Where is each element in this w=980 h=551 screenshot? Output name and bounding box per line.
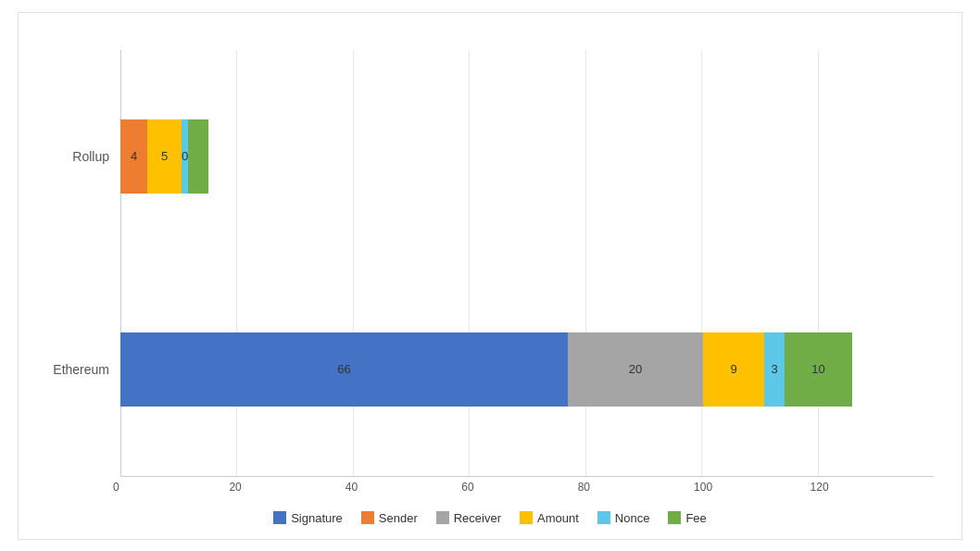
legend: SignatureSenderReceiverAmountNonceFee (46, 511, 934, 525)
grid-line (120, 50, 236, 476)
legend-item-signature: Signature (273, 511, 343, 525)
bar-segment-label: 0 (182, 149, 188, 163)
bar-segment-receiver: 20 (568, 332, 703, 407)
legend-label: Sender (379, 511, 418, 525)
y-axis-label: Ethereum (53, 362, 109, 377)
legend-item-receiver: Receiver (436, 511, 501, 525)
legend-color-signature (273, 511, 286, 524)
grid-line (585, 50, 701, 476)
grid-lines (120, 50, 934, 476)
bar-segment-label: 66 (337, 362, 350, 376)
bar-segment-fee: 10 (785, 332, 852, 407)
bar-segment-label: 20 (629, 362, 642, 376)
legend-color-amount (520, 511, 533, 524)
x-tick-label: 0 (113, 481, 236, 494)
grid-line (818, 50, 934, 476)
legend-item-nonce: Nonce (597, 511, 650, 525)
bar-segment-nonce: 0 (182, 119, 188, 194)
legend-label: Signature (291, 511, 343, 525)
legend-label: Nonce (615, 511, 650, 525)
legend-item-amount: Amount (520, 511, 579, 525)
x-tick-label: 40 (346, 481, 469, 494)
legend-label: Receiver (454, 511, 501, 525)
bar-segment-label: 10 (811, 362, 824, 376)
bar-segment-fee (188, 119, 208, 194)
grid-line (236, 50, 352, 476)
x-tick-label: 80 (578, 481, 701, 494)
bar-segment-label: 9 (731, 362, 737, 376)
legend-color-sender (361, 511, 374, 524)
x-tick-label: 20 (229, 481, 352, 494)
bar-row: 450 (120, 119, 934, 194)
legend-label: Amount (537, 511, 579, 525)
chart-container: RollupEthereum 45066209310 0204060801001… (18, 12, 962, 540)
bar-segment-signature: 66 (120, 332, 568, 407)
bar-segment-label: 4 (131, 149, 137, 163)
legend-item-fee: Fee (668, 511, 706, 525)
grid-line (353, 50, 469, 476)
x-tick-label: 120 (810, 481, 934, 494)
legend-color-fee (668, 511, 681, 524)
bar-segment-label: 5 (161, 149, 168, 163)
bar-segment-amount: 5 (147, 119, 182, 194)
bar-segment-sender: 4 (120, 119, 147, 194)
legend-color-nonce (597, 511, 610, 524)
grid-line (701, 50, 817, 476)
chart-body: RollupEthereum 45066209310 0204060801001… (46, 50, 934, 504)
x-axis: 020406080100120 (120, 476, 934, 504)
chart-area: 45066209310 020406080100120 (120, 50, 934, 504)
legend-item-sender: Sender (361, 511, 418, 525)
x-tick-label: 60 (461, 481, 584, 494)
bar-segment-label: 3 (771, 362, 777, 376)
legend-color-receiver (436, 511, 449, 524)
bars-area: 45066209310 (120, 50, 934, 476)
grid-line (469, 50, 584, 476)
bar-row: 66209310 (120, 332, 934, 407)
bar-segment-amount: 9 (703, 332, 764, 407)
bar-segment-nonce: 3 (764, 332, 785, 407)
y-axis-label: Rollup (72, 149, 109, 164)
x-tick-label: 100 (694, 481, 817, 494)
y-axis-labels: RollupEthereum (46, 50, 120, 504)
legend-label: Fee (685, 511, 706, 525)
